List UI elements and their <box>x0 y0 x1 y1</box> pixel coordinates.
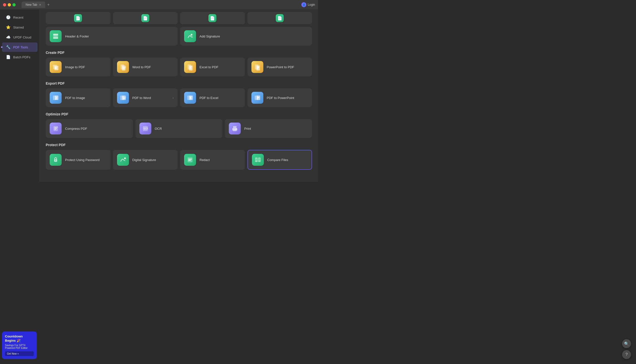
close-button[interactable] <box>3 3 6 6</box>
add-signature-icon <box>184 30 196 42</box>
sidebar-item-starred[interactable]: ⭐ Starred <box>2 22 38 32</box>
tool-excel-to-pdf[interactable]: Excel to PDF <box>180 58 245 76</box>
pdf-to-powerpoint-label: PDF to PowerPoint <box>267 96 294 100</box>
app-body: 🕐 Recent ⭐ Starred ☁️ UPDF Cloud 🔧 PDF T… <box>0 10 318 182</box>
minimize-button[interactable] <box>8 3 11 6</box>
sidebar-label-pdf-tools: PDF Tools <box>13 46 28 49</box>
svg-rect-3 <box>54 36 57 36</box>
export-pdf-grid: PDF to Image PDF to Word › <box>46 88 312 107</box>
create-pdf-title: Create PDF <box>46 50 312 54</box>
partial-icon-3: 📄 <box>208 14 217 22</box>
tool-digital-signature[interactable]: Digital Signature <box>113 150 178 170</box>
titlebar: New Tab ✕ + 👤 Login <box>0 0 318 10</box>
batch-icon: 📄 <box>6 55 11 59</box>
partial-icon-1: 📄 <box>74 14 82 22</box>
compare-files-label: Compare Files <box>267 158 288 162</box>
pdf-to-word-label: PDF to Word <box>132 96 151 100</box>
create-pdf-grid: Image to PDF Word to PDF <box>46 58 312 76</box>
tool-compare-files[interactable]: Compare Files <box>248 150 312 170</box>
svg-point-33 <box>55 160 56 161</box>
partial-top-row: 📄 📄 📄 📄 <box>46 12 312 24</box>
sidebar-item-pdf-tools[interactable]: 🔧 PDF Tools <box>2 42 38 52</box>
tool-powerpoint-to-pdf[interactable]: PowerPoint to PDF <box>248 58 312 76</box>
partial-card-3[interactable]: 📄 <box>180 12 245 24</box>
protect-password-icon <box>50 154 62 166</box>
partial-icon-2: 📄 <box>141 14 149 22</box>
tool-compress-pdf[interactable]: Compress PDF <box>46 119 133 138</box>
partial-card-4[interactable]: 📄 <box>248 12 312 24</box>
tab-label: New Tab <box>26 3 37 6</box>
redact-label: Redact <box>199 158 210 162</box>
pdf-tools-icon: 🔧 <box>6 45 11 50</box>
svg-rect-2 <box>53 37 58 39</box>
export-pdf-title: Export PDF <box>46 82 312 85</box>
partial-card-1[interactable]: 📄 <box>46 12 111 24</box>
protect-pdf-title: Protect PDF <box>46 143 312 147</box>
digital-signature-icon <box>117 154 129 166</box>
tool-protect-password[interactable]: Protect Using Password <box>46 150 111 170</box>
sidebar-label-cloud: UPDF Cloud <box>13 36 31 39</box>
print-label: Print <box>244 127 251 130</box>
tab-new-tab[interactable]: New Tab ✕ <box>22 2 45 8</box>
svg-rect-21 <box>189 96 193 100</box>
powerpoint-to-pdf-icon <box>251 61 263 73</box>
traffic-lights <box>3 3 16 6</box>
digital-signature-label: Digital Signature <box>132 158 156 162</box>
maximize-button[interactable] <box>13 3 16 6</box>
tool-redact[interactable]: Redact <box>180 150 245 170</box>
header-footer-label: Header & Footer <box>65 34 89 38</box>
tab-close-icon[interactable]: ✕ <box>39 3 41 6</box>
compress-pdf-label: Compress PDF <box>65 127 87 130</box>
pdf-to-image-label: PDF to Image <box>65 96 85 100</box>
image-to-pdf-label: Image to PDF <box>65 65 85 69</box>
svg-rect-30 <box>233 130 237 131</box>
sidebar-item-recent[interactable]: 🕐 Recent <box>2 13 38 22</box>
word-to-pdf-label: Word to PDF <box>132 65 151 69</box>
tool-print[interactable]: Print <box>225 119 312 138</box>
optimize-pdf-grid: Compress PDF OCR OCR <box>46 119 312 138</box>
sidebar-label-batch: Batch PDFs <box>13 55 30 59</box>
tool-add-signature[interactable]: Add Signature <box>180 27 312 46</box>
edit-section-grid: Header & Footer Add Signature <box>46 27 312 46</box>
powerpoint-to-pdf-label: PowerPoint to PDF <box>267 65 294 69</box>
sidebar-label-recent: Recent <box>13 16 23 19</box>
svg-rect-1 <box>53 34 58 35</box>
tool-pdf-to-excel[interactable]: PDF to Excel <box>180 88 245 107</box>
word-to-pdf-icon <box>117 61 129 73</box>
tool-image-to-pdf[interactable]: Image to PDF <box>46 58 111 76</box>
sidebar-item-updf-cloud[interactable]: ☁️ UPDF Cloud <box>2 32 38 42</box>
login-button[interactable]: 👤 Login <box>301 2 315 7</box>
svg-point-17 <box>56 97 57 98</box>
pdf-to-excel-label: PDF to Excel <box>199 96 218 100</box>
compress-pdf-icon <box>50 122 62 134</box>
svg-rect-24 <box>257 97 259 98</box>
ocr-label: OCR <box>155 127 162 130</box>
svg-rect-14 <box>257 66 259 68</box>
tool-ocr[interactable]: OCR OCR <box>135 119 223 138</box>
pdf-to-word-icon <box>117 92 129 104</box>
tool-word-to-pdf[interactable]: Word to PDF <box>113 58 178 76</box>
cloud-icon: ☁️ <box>6 35 11 40</box>
active-indicator <box>1 46 3 48</box>
arrow-icon: › <box>172 96 174 100</box>
tool-pdf-to-image[interactable]: PDF to Image <box>46 88 111 107</box>
tool-pdf-to-powerpoint[interactable]: PDF to PowerPoint <box>248 88 312 107</box>
starred-icon: ⭐ <box>6 25 11 30</box>
svg-text:OCR: OCR <box>144 127 148 130</box>
tool-header-footer[interactable]: Header & Footer <box>46 27 178 46</box>
redact-icon <box>184 154 196 166</box>
new-tab-button[interactable]: + <box>46 2 50 8</box>
add-signature-label: Add Signature <box>199 34 220 38</box>
pdf-to-excel-icon <box>184 92 196 104</box>
image-to-pdf-icon <box>50 61 62 73</box>
recent-icon: 🕐 <box>6 15 11 20</box>
excel-to-pdf-icon <box>184 61 196 73</box>
partial-card-2[interactable]: 📄 <box>113 12 178 24</box>
ocr-icon: OCR <box>139 122 151 134</box>
header-footer-icon <box>50 30 62 42</box>
partial-icon-4: 📄 <box>276 14 284 22</box>
tab-area: New Tab ✕ + <box>22 2 51 8</box>
svg-rect-38 <box>255 158 258 162</box>
sidebar-item-batch-pdfs[interactable]: 📄 Batch PDFs <box>2 52 38 62</box>
tool-pdf-to-word[interactable]: PDF to Word › <box>113 88 178 107</box>
